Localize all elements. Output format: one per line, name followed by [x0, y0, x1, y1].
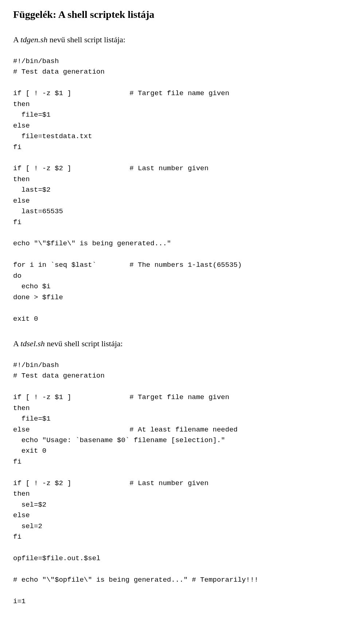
script2-filename: tdsel.sh — [20, 339, 45, 348]
script1-intro: A tdgen.sh nevű shell script listája: — [13, 35, 337, 44]
script1-code: #!/bin/bash # Test data generation if [ … — [13, 56, 337, 324]
script2-code: #!/bin/bash # Test data generation if [ … — [13, 360, 337, 607]
script2-intro: A tdsel.sh nevű shell script listája: — [13, 339, 337, 348]
script1-filename: tdgen.sh — [20, 35, 47, 44]
script1-intro-post: nevű shell script listája: — [47, 35, 125, 44]
script2-intro-post: nevű shell script listája: — [45, 339, 123, 348]
appendix-title: Függelék: A shell scriptek listája — [13, 9, 337, 20]
script1-intro-pre: A — [13, 35, 20, 44]
script2-intro-pre: A — [13, 339, 20, 348]
